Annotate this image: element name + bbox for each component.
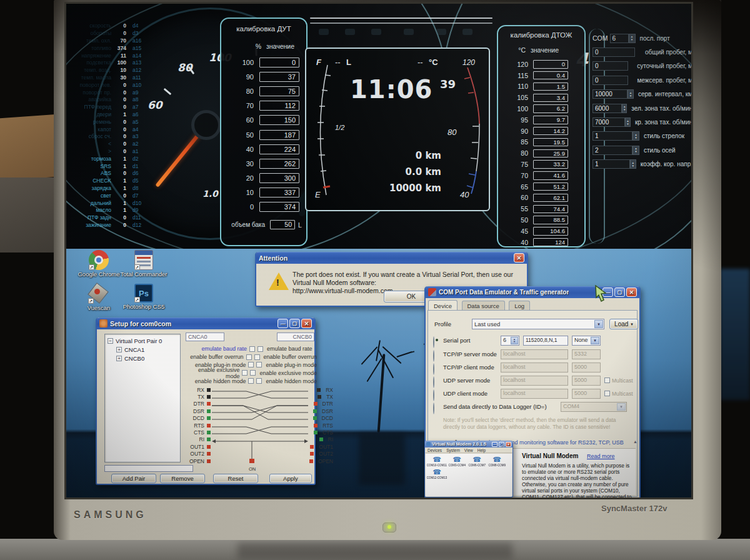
menu-item[interactable]: View bbox=[464, 448, 473, 452]
coolant-value-input[interactable]: 0.4 bbox=[533, 71, 568, 80]
desktop-icon-photoshop[interactable]: Ps ➚ Photoshop CS5 bbox=[120, 284, 168, 311]
checkbox-b[interactable] bbox=[258, 346, 263, 352]
spinner-icon[interactable]: ▲▼ bbox=[632, 131, 639, 141]
add-pair-button[interactable]: Add Pair bbox=[111, 474, 156, 483]
coolant-value-input[interactable]: 51.2 bbox=[533, 182, 568, 191]
coolant-value-input[interactable]: 88.5 bbox=[533, 216, 568, 224]
flow-control-combo[interactable]: None ▾ bbox=[572, 336, 601, 346]
setting-input[interactable]: 10000 bbox=[592, 89, 628, 99]
spinner-icon[interactable]: ▲▼ bbox=[629, 34, 636, 43]
fuel-value-input[interactable]: 300 bbox=[259, 173, 299, 183]
maximize-icon[interactable]: ▢ bbox=[499, 442, 504, 447]
coolant-value-input[interactable]: 33.2 bbox=[533, 160, 568, 169]
setting-input[interactable]: 1 bbox=[592, 159, 630, 169]
coolant-value-input[interactable]: 74.4 bbox=[533, 205, 568, 214]
coolant-value-input[interactable]: 0 bbox=[533, 60, 568, 69]
multicast-checkbox[interactable] bbox=[604, 378, 610, 383]
menu-item[interactable]: System bbox=[446, 448, 460, 452]
coolant-value-input[interactable]: 25.9 bbox=[533, 149, 568, 158]
fuel-value-input[interactable]: 75 bbox=[259, 86, 299, 96]
com0com-titlebar[interactable]: Setup for com0com — ▢ ✕ bbox=[97, 318, 314, 329]
udp-client-radio[interactable] bbox=[433, 389, 434, 401]
menu-item[interactable]: Help bbox=[478, 448, 486, 452]
setting-input[interactable]: 0 bbox=[592, 48, 635, 57]
fuel-value-input[interactable]: 224 bbox=[259, 144, 299, 154]
coolant-value-input[interactable]: 14.2 bbox=[533, 127, 568, 136]
chevron-down-icon[interactable]: ▾ bbox=[594, 320, 603, 328]
checkbox-a[interactable] bbox=[242, 370, 248, 376]
menu-item[interactable]: Devices bbox=[428, 448, 442, 452]
minimize-icon[interactable]: — bbox=[492, 442, 498, 447]
tcp-server-radio[interactable] bbox=[433, 350, 434, 362]
coolant-value-input[interactable]: 124 bbox=[533, 238, 568, 247]
coolant-value-input[interactable]: 9.7 bbox=[533, 116, 568, 124]
fuel-value-input[interactable]: 37 bbox=[259, 72, 299, 82]
spinner-icon[interactable]: ▲▼ bbox=[625, 118, 631, 127]
port-pair-item[interactable]: ☎ COM3-COM4 bbox=[447, 456, 467, 467]
coolant-value-input[interactable]: 3.4 bbox=[533, 94, 568, 102]
serial-radio[interactable] bbox=[433, 336, 434, 348]
coolant-value-input[interactable]: 104.6 bbox=[533, 227, 568, 236]
spinner-icon[interactable]: ▲▼ bbox=[622, 104, 627, 113]
profile-combo[interactable]: Last used ▾ bbox=[472, 319, 604, 329]
coolant-value-input[interactable]: 19.5 bbox=[533, 138, 568, 147]
close-icon[interactable]: ✕ bbox=[626, 288, 637, 297]
serial-params-field[interactable]: 115200,8,N,1 bbox=[523, 336, 568, 346]
fuel-value-input[interactable]: 262 bbox=[259, 159, 299, 169]
desktop-icon-total-commander[interactable]: ➚ Total Commander bbox=[120, 250, 168, 278]
remove-button[interactable]: Remove bbox=[160, 474, 205, 483]
tree-item-cncb[interactable]: + CNCB0 bbox=[116, 354, 178, 362]
close-icon[interactable]: ✕ bbox=[506, 442, 511, 447]
close-icon[interactable]: ✕ bbox=[301, 319, 312, 328]
attention-titlebar[interactable]: Attention ✕ bbox=[256, 252, 527, 264]
expand-icon[interactable]: + bbox=[116, 347, 122, 352]
checkbox-a[interactable] bbox=[248, 378, 254, 384]
serial-port-spinner[interactable]: 6 ▲▼ bbox=[501, 336, 519, 346]
desktop-icon-google-chrome[interactable]: ➚ Google Chrome bbox=[75, 250, 122, 278]
collapse-icon[interactable]: − bbox=[108, 338, 113, 344]
apply-button[interactable]: Apply bbox=[269, 474, 312, 483]
checkbox-a[interactable] bbox=[249, 346, 255, 352]
setting-input[interactable]: 0 bbox=[592, 61, 628, 71]
fuel-value-input[interactable]: 150 bbox=[259, 115, 299, 125]
load-button[interactable]: Load ▾ bbox=[609, 319, 638, 329]
setting-input[interactable]: 2 bbox=[592, 146, 632, 155]
maximize-icon[interactable]: ▢ bbox=[289, 319, 300, 328]
coolant-value-input[interactable]: 6.2 bbox=[533, 104, 568, 113]
spinner-icon[interactable]: ▲▼ bbox=[630, 159, 636, 169]
port-pair-item[interactable]: ☎ COM6-COM7 bbox=[467, 456, 487, 467]
fuel-value-input[interactable]: 337 bbox=[259, 188, 299, 198]
setting-input[interactable]: 6000 bbox=[592, 104, 622, 113]
vnm-titlebar[interactable]: Virtual Null Modem 2.0.1.5 — ▢ ✕ bbox=[425, 441, 512, 448]
status-field[interactable] bbox=[104, 465, 193, 472]
spinner-icon[interactable]: ▲▼ bbox=[628, 89, 634, 99]
checkbox-b[interactable] bbox=[254, 354, 260, 360]
checkbox-b[interactable] bbox=[256, 378, 262, 384]
read-more-link[interactable]: Read more bbox=[587, 453, 615, 459]
setting-input[interactable]: 1 bbox=[592, 131, 632, 141]
coolant-value-input[interactable]: 41.6 bbox=[533, 171, 568, 180]
checkbox-b[interactable] bbox=[250, 370, 256, 376]
coolant-value-input[interactable]: 62.1 bbox=[533, 194, 568, 202]
tab-data-source[interactable]: Data source bbox=[462, 301, 505, 311]
port-pair-item[interactable]: ☎ COM10-COM11 bbox=[427, 456, 447, 467]
fuel-value-input[interactable]: 374 bbox=[259, 202, 299, 212]
udp-server-radio[interactable] bbox=[433, 376, 434, 388]
port-pair-item[interactable]: ☎ COM12-COM13 bbox=[427, 468, 447, 479]
expand-icon[interactable]: + bbox=[116, 356, 122, 361]
spinner-icon[interactable]: ▲▼ bbox=[511, 337, 518, 344]
fuel-value-input[interactable]: 187 bbox=[259, 130, 299, 140]
port-pair-tree[interactable]: − Virtual Port Pair 0 + CNCA1 + CNCB0 bbox=[104, 334, 181, 462]
tab-log[interactable]: Log bbox=[509, 301, 530, 311]
scroll-up-icon[interactable]: ▲ bbox=[633, 439, 638, 444]
tree-item-root[interactable]: − Virtual Port Pair 0 bbox=[108, 336, 178, 345]
direct-logger-radio[interactable] bbox=[433, 402, 434, 414]
maximize-icon[interactable]: ▢ bbox=[614, 288, 625, 297]
spinner-icon[interactable]: ▲▼ bbox=[632, 146, 639, 155]
tab-device[interactable]: Device bbox=[428, 300, 458, 311]
minimize-icon[interactable]: — bbox=[278, 319, 288, 328]
setting-input[interactable]: 6 bbox=[610, 34, 629, 43]
fuel-value-input[interactable]: 112 bbox=[259, 101, 299, 111]
setting-input[interactable]: 7000 bbox=[592, 118, 625, 127]
coolant-value-input[interactable]: 1.5 bbox=[533, 82, 568, 91]
